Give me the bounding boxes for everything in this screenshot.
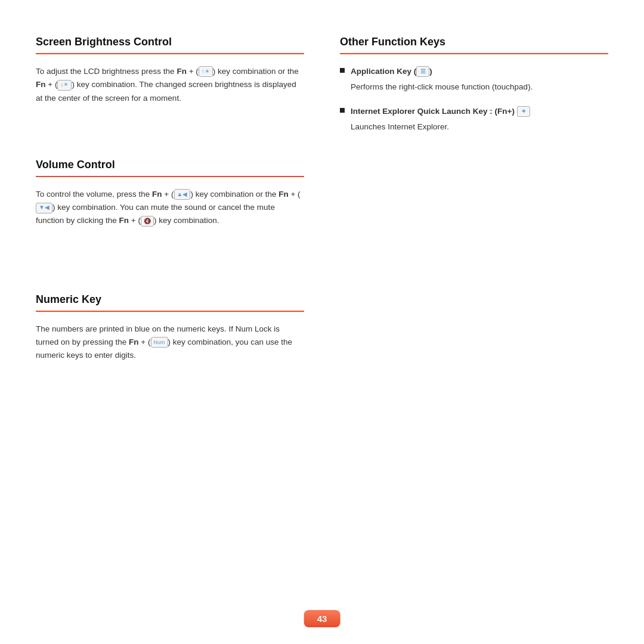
brightness-paragraph: To adjust the LCD brightness press the F… (36, 65, 304, 105)
list-item-application-key: Application Key (☰) Performs the right-c… (340, 65, 608, 94)
section-numeric-key: Numeric Key The numbers are printed in b… (36, 293, 304, 392)
fn-text-6: Fn (129, 338, 139, 346)
other-keys-list: Application Key (☰) Performs the right-c… (340, 65, 608, 134)
fn-text-4: Fn (278, 190, 289, 199)
key-mute-icon: 🔇 (141, 216, 154, 227)
bullet-icon (340, 68, 345, 73)
key-app-icon: ☰ (416, 66, 429, 77)
section-title-other-keys: Other Function Keys (340, 36, 608, 54)
application-key-desc: Performs the right-click mouse function … (351, 80, 608, 94)
section-title-brightness: Screen Brightness Control (36, 36, 304, 54)
page-number-wrapper: 43 (304, 610, 340, 627)
fn-text-5: Fn (119, 216, 129, 225)
section-body-brightness: To adjust the LCD brightness press the F… (36, 65, 304, 105)
section-title-numeric: Numeric Key (36, 293, 304, 312)
section-body-volume: To control the volume, press the Fn + (▲… (36, 188, 304, 228)
ie-key-desc: Launches Internet Explorer. (351, 120, 608, 134)
key-ie-icon: ✦ (517, 106, 530, 117)
page-number: 43 (304, 610, 340, 627)
ie-key-content: Internet Explorer Quick Launch Key : (Fn… (351, 105, 608, 134)
key-brightness-up-icon: ↑☀ (199, 66, 213, 77)
volume-paragraph: To control the volume, press the Fn + (▲… (36, 188, 304, 228)
list-item-ie-key: Internet Explorer Quick Launch Key : (Fn… (340, 105, 608, 134)
application-key-title: Application Key (☰) (351, 65, 608, 78)
fn-text-3: Fn (152, 190, 162, 199)
numeric-paragraph: The numbers are printed in blue on the n… (36, 323, 304, 363)
bullet-icon-2 (340, 108, 345, 113)
key-vol-up-icon: ▲◀ (174, 189, 191, 200)
section-volume-control: Volume Control To control the volume, pr… (36, 159, 304, 258)
section-body-other-keys: Application Key (☰) Performs the right-c… (340, 65, 608, 134)
left-column: Screen Brightness Control To adjust the … (36, 36, 304, 392)
key-numlock-icon: Num (151, 337, 168, 348)
section-title-volume: Volume Control (36, 159, 304, 177)
key-vol-down-icon: ▼◀ (36, 203, 52, 213)
section-screen-brightness: Screen Brightness Control To adjust the … (36, 36, 304, 135)
application-key-content: Application Key (☰) Performs the right-c… (351, 65, 608, 94)
ie-key-title: Internet Explorer Quick Launch Key : (Fn… (351, 105, 608, 118)
right-column: Other Function Keys Application Key (☰) … (340, 36, 608, 392)
fn-text-2: Fn (36, 80, 46, 89)
section-other-function-keys: Other Function Keys Application Key (☰) … (340, 36, 608, 168)
page: Screen Brightness Control To adjust the … (0, 0, 644, 644)
section-body-numeric: The numbers are printed in blue on the n… (36, 323, 304, 363)
fn-text: Fn (177, 67, 187, 76)
key-brightness-down-icon: ↓☀ (57, 80, 72, 91)
